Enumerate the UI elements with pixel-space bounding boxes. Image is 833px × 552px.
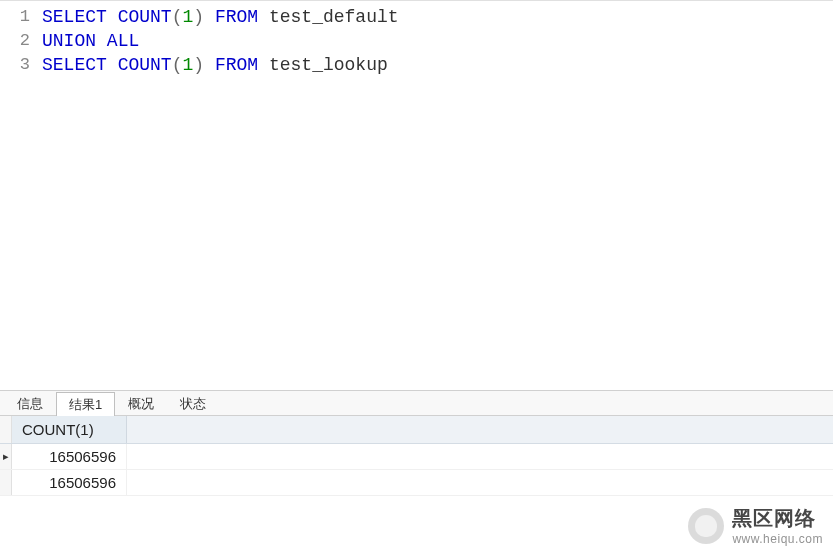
watermark-title: 黑区网络 [732,505,823,532]
table-row[interactable]: ▸16506596 [0,444,833,470]
table-row[interactable]: 16506596 [0,470,833,496]
code-line[interactable]: 1SELECT COUNT(1) FROM test_default [0,5,833,29]
results-tab[interactable]: 信息 [4,391,56,415]
mushroom-icon [688,508,724,544]
code-content[interactable]: SELECT COUNT(1) FROM test_default [42,5,399,29]
row-indicator: ▸ [0,444,12,469]
results-tab[interactable]: 概况 [115,391,167,415]
code-content[interactable]: UNION ALL [42,29,139,53]
line-number: 3 [0,53,42,77]
watermark-url: www.heiqu.com [732,532,823,546]
code-line[interactable]: 2UNION ALL [0,29,833,53]
sql-editor[interactable]: 1SELECT COUNT(1) FROM test_default2UNION… [0,0,833,390]
column-header[interactable]: COUNT(1) [12,416,127,443]
results-grid[interactable]: COUNT(1) ▸1650659616506596 [0,416,833,496]
results-tab[interactable]: 状态 [167,391,219,415]
code-content[interactable]: SELECT COUNT(1) FROM test_lookup [42,53,388,77]
row-indicator [0,470,12,495]
watermark: 黑区网络 www.heiqu.com [688,505,823,546]
results-tab[interactable]: 结果1 [56,392,115,416]
grid-header-row: COUNT(1) [0,416,833,444]
grid-cell[interactable]: 16506596 [12,444,127,469]
grid-cell[interactable]: 16506596 [12,470,127,495]
result-tabs-bar: 信息结果1概况状态 [0,390,833,416]
row-indicator-header [0,416,12,443]
line-number: 2 [0,29,42,53]
line-number: 1 [0,5,42,29]
code-line[interactable]: 3SELECT COUNT(1) FROM test_lookup [0,53,833,77]
